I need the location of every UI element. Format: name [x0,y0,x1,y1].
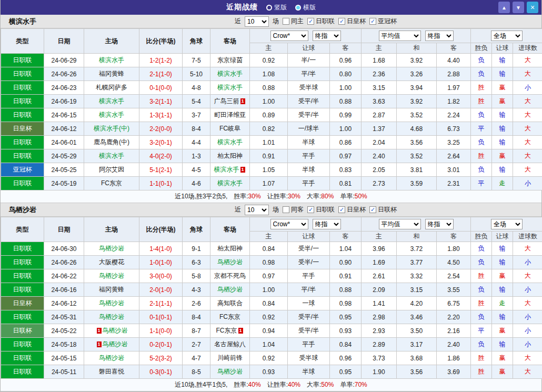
scope-select[interactable]: 全场 [491,219,523,229]
euro-odds-draw: 3.52 [397,149,437,163]
result-handicap: 输 [492,122,513,136]
away-team-name: 横滨水手 [214,166,239,173]
home-team: 福冈黄蜂 [84,283,139,297]
league-filter-checkbox[interactable]: ✓日职联 [307,205,335,214]
radio-horizontal-layout[interactable]: 横版 [295,3,316,12]
result-win-draw-loss: 负 [471,310,492,324]
home-team: 横滨水手 [84,54,139,67]
scroll-up-button[interactable]: ▲ [498,2,510,13]
asian-handicap: 受平/半 [288,95,330,108]
euro-stage-select[interactable]: 终指 [425,219,454,229]
results-table: 类型日期主场比分(半场)角球客场Crow*终指平均值终指全场主让球客主和客胜负让… [1,217,542,379]
result-win-draw-loss: 胜 [471,351,492,365]
asian-handicap: 一/球半 [288,122,330,136]
asian-handicap: 半球 [288,136,330,149]
match-date: 24-05-25 [44,163,84,177]
score: 3-2(1-1) [139,95,183,108]
match-row: 日职联24-05-19FC东京1-1(0-1)4-6横滨水手1.07平手0.81… [1,177,542,190]
asian-stage-select[interactable]: 终指 [313,219,341,229]
asian-handicap: 平手 [288,338,330,351]
stat-value: 40% [288,381,300,388]
euro-odds-away: 2.64 [437,149,471,163]
match-date: 24-06-22 [44,269,84,283]
match-row: 日职联24-06-16福冈黄蜂2-0(1-0)4-3鸟栖沙岩1.00平/半0.8… [1,283,542,297]
match-count-select[interactable]: 10 [245,16,269,27]
sub-column-header: 主 [250,43,288,54]
league-filter-checkbox[interactable]: ✓日皇杯 [338,17,366,26]
sub-column-header: 和 [397,232,437,242]
euro-odds-draw: 3.46 [397,310,437,324]
home-team-name: 横滨水手 [99,152,124,159]
euro-stage-select[interactable]: 终指 [425,31,454,41]
corner-count: 3-7 [183,108,210,122]
asian-handicap: 半/一 [288,54,330,67]
asian-handicap: 平手 [288,149,330,163]
same-venue-checkbox[interactable]: 同主 [283,17,304,26]
scope-select[interactable]: 全场 [491,31,523,41]
asian-odds-home: 0.94 [250,324,288,338]
away-team: 横滨水手 [210,67,250,81]
euro-odds-home: 2.04 [362,136,397,149]
league-badge: 日职联 [1,365,44,379]
away-team: 柏太阳神 [210,242,250,256]
column-header: 客场 [210,29,250,54]
league-filter-checkbox[interactable]: ✓日职联 [307,17,335,26]
average-select[interactable]: 平均值 [379,219,421,229]
match-date: 24-05-11 [44,365,84,379]
league-filter-checkbox[interactable]: ✓日联杯 [369,205,397,214]
match-count-select[interactable]: 10 [245,205,269,215]
result-goals: 小 [513,256,542,269]
euro-odds-away: 2.88 [437,67,471,81]
league-badge: 日职联 [1,67,44,81]
games-label: 场 [273,205,279,214]
close-button[interactable]: × [527,2,538,13]
league-badge: 日职联 [1,136,44,149]
results-table: 类型日期主场比分(半场)角球客场Crow*终指平均值终指全场主让球客主和客胜负让… [1,28,542,190]
stat-value: 70% [355,381,367,388]
match-date: 24-06-29 [44,54,84,67]
away-team: 名古屋鲸八 [210,338,250,351]
result-goals: 大 [513,297,542,310]
bookmaker-select[interactable]: Crow* [270,31,308,41]
home-team-name: 札幌冈萨多 [96,84,127,91]
home-team-name: 磐田喜悦 [99,368,124,375]
home-team-name: 鸟栖沙岩 [99,272,124,279]
result-goals: 大 [513,108,542,122]
radio-vertical-layout[interactable]: 竖版 [266,3,287,12]
euro-odds-home: 3.73 [362,351,397,365]
sections-container: 横滨水手近10场同主✓日职联✓日皇杯✓亚冠杯类型日期主场比分(半场)角球客场Cr… [1,15,541,391]
asian-odds-home: 0.84 [250,242,288,256]
league-badge: 日职联 [1,95,44,108]
euro-odds-home: 2.98 [362,310,397,324]
league-badge: 日职联 [1,283,44,297]
result-goals: 大 [513,149,542,163]
euro-odds-draw: 3.77 [397,256,437,269]
result-goals: 大 [513,95,542,108]
sub-column-header: 客 [330,43,362,54]
league-badge: 日职联 [1,242,44,256]
league-filter-checkbox[interactable]: ✓亚冠杯 [369,17,397,26]
bookmaker-select[interactable]: Crow* [270,219,308,229]
away-team: 横滨水手 [210,81,250,95]
stat: 胜率:30% [234,192,260,201]
asian-stage-select[interactable]: 终指 [313,31,341,41]
score: 1-1(0-0) [139,324,183,338]
asian-odds-home: 0.93 [250,365,288,379]
score: 2-1(1-1) [139,297,183,310]
average-select[interactable]: 平均值 [379,31,421,41]
asian-handicap: 受半球 [288,81,330,95]
away-team: 鸟栖沙岩 [210,283,250,297]
home-team: 磐田喜悦 [84,365,139,379]
euro-odds-draw: 3.56 [397,136,437,149]
euro-odds-away: 3.01 [437,163,471,177]
match-date: 24-06-26 [44,256,84,269]
euro-odds-away: 1.86 [437,351,471,365]
away-team-name: 鸟栖沙岩 [217,368,243,375]
euro-odds-draw: 3.52 [397,108,437,122]
result-scope-group-header: 全场 [471,217,542,232]
result-handicap: 赢 [492,324,513,338]
scroll-down-button[interactable]: ▼ [513,2,524,13]
same-venue-checkbox[interactable]: 同客 [283,205,304,214]
league-filter-checkbox-label: 日皇杯 [347,205,366,214]
league-filter-checkbox[interactable]: ✓日皇杯 [338,205,366,214]
